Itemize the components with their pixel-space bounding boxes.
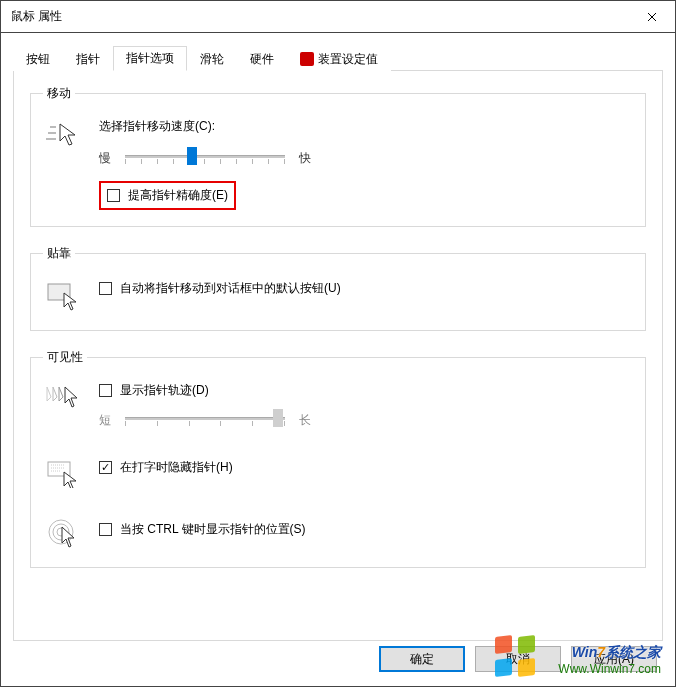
ok-button[interactable]: 确定 [379,646,465,672]
tab-panel-pointer-options: 移动 选择指针移动速度(C): 慢 [13,71,663,641]
motion-legend: 移动 [43,85,75,102]
tab-buttons[interactable]: 按钮 [13,46,63,71]
window-title: 鼠标 属性 [1,8,62,25]
tab-wheel[interactable]: 滑轮 [187,46,237,71]
tab-label: 硬件 [250,51,274,68]
tab-hardware[interactable]: 硬件 [237,46,287,71]
long-label: 长 [299,412,311,429]
apply-button[interactable]: 应用(A) [571,646,657,672]
tab-label: 装置设定值 [318,51,378,68]
motion-group: 移动 选择指针移动速度(C): 慢 [30,85,646,227]
tab-label: 指针选项 [126,50,174,67]
visibility-legend: 可见性 [43,349,87,366]
highlight-box: 提高指针精确度(E) [99,181,236,210]
visibility-group: 可见性 显示指针轨迹(D) [30,349,646,568]
dialog-buttons: 确定 取消 应用(A) [379,646,657,672]
speed-label: 选择指针移动速度(C): [99,118,633,135]
tab-label: 指针 [76,51,100,68]
tab-label: 按钮 [26,51,50,68]
snap-icon [43,278,83,314]
pointer-speed-slider[interactable] [125,147,285,169]
ctrl-locate-checkbox[interactable] [99,523,112,536]
tab-bar: 按钮 指针 指针选项 滑轮 硬件 装置设定值 [13,45,663,71]
mouse-properties-window: 鼠标 属性 按钮 指针 指针选项 滑轮 硬件 装置设定值 移动 [0,0,676,687]
tab-label: 滑轮 [200,51,224,68]
snap-to-default-label: 自动将指针移动到对话框中的默认按钮(U) [120,280,341,297]
enhance-precision-label: 提高指针精确度(E) [128,187,228,204]
close-icon [647,12,657,22]
ctrl-locate-label: 当按 CTRL 键时显示指针的位置(S) [120,521,306,538]
hide-while-typing-label: 在打字时隐藏指针(H) [120,459,233,476]
hide-typing-icon [43,455,83,491]
hide-while-typing-checkbox[interactable] [99,461,112,474]
close-button[interactable] [629,1,675,32]
speed-icon [43,118,83,154]
dialog-body: 按钮 指针 指针选项 滑轮 硬件 装置设定值 移动 选择指针移动速 [1,33,675,641]
tab-pointers[interactable]: 指针 [63,46,113,71]
short-label: 短 [99,412,111,429]
titlebar: 鼠标 属性 [1,1,675,33]
snap-legend: 贴靠 [43,245,75,262]
tab-device-settings[interactable]: 装置设定值 [287,46,391,71]
snap-group: 贴靠 自动将指针移动到对话框中的默认按钮(U) [30,245,646,331]
tab-pointer-options[interactable]: 指针选项 [113,46,187,71]
snap-to-default-checkbox[interactable] [99,282,112,295]
slow-label: 慢 [99,150,111,167]
pointer-trails-label: 显示指针轨迹(D) [120,382,209,399]
trails-icon [43,382,83,418]
ctrl-locate-icon [43,515,83,551]
vendor-icon [300,52,314,66]
fast-label: 快 [299,150,311,167]
pointer-trails-checkbox[interactable] [99,384,112,397]
cancel-button[interactable]: 取消 [475,646,561,672]
trail-length-slider [125,409,285,431]
enhance-precision-checkbox[interactable] [107,189,120,202]
